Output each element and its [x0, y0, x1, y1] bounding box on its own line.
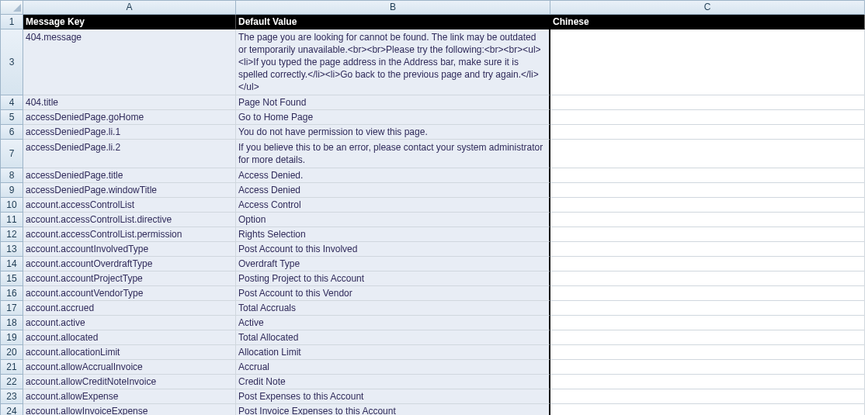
select-all-corner[interactable] — [0, 0, 23, 15]
row-head-12[interactable]: 12 — [0, 227, 23, 242]
row-head-5[interactable]: 5 — [0, 110, 23, 125]
cell-A1[interactable]: Message Key — [23, 15, 236, 29]
cell-A18[interactable]: account.active — [23, 316, 236, 330]
cell-A20[interactable]: account.allocationLimit — [23, 345, 236, 360]
cell-A10[interactable]: account.accessControlList — [23, 198, 236, 213]
cell-B10[interactable]: Access Control — [236, 198, 550, 213]
cell-B15[interactable]: Posting Project to this Account — [236, 271, 550, 286]
cell-C23[interactable] — [550, 389, 865, 404]
cell-A15[interactable]: account.accountProjectType — [23, 271, 236, 286]
cell-A24[interactable]: account.allowInvoiceExpense — [23, 404, 236, 415]
cell-C5[interactable] — [550, 110, 865, 125]
cell-B5[interactable]: Go to Home Page — [236, 110, 550, 125]
cell-C18[interactable] — [550, 316, 865, 330]
cell-C22[interactable] — [550, 375, 865, 389]
cell-A3[interactable]: 404.message — [23, 29, 236, 95]
col-head-C[interactable]: C — [550, 0, 865, 15]
cell-C14[interactable] — [550, 257, 865, 271]
cell-B9[interactable]: Access Denied — [236, 183, 550, 198]
cell-A4[interactable]: 404.title — [23, 95, 236, 110]
cell-B24[interactable]: Post Invoice Expenses to this Account — [236, 404, 550, 415]
row-head-22[interactable]: 22 — [0, 375, 23, 389]
cell-C9[interactable] — [550, 183, 865, 198]
cell-A22[interactable]: account.allowCreditNoteInvoice — [23, 375, 236, 389]
cell-A19[interactable]: account.allocated — [23, 330, 236, 345]
cell-C24[interactable] — [550, 404, 865, 415]
cell-C20[interactable] — [550, 345, 865, 360]
row-head-9[interactable]: 9 — [0, 183, 23, 198]
row-head-10[interactable]: 10 — [0, 198, 23, 213]
row-head-7[interactable]: 7 — [0, 140, 23, 168]
row-head-15[interactable]: 15 — [0, 271, 23, 286]
cell-B20[interactable]: Allocation Limit — [236, 345, 550, 360]
cell-C1[interactable]: Chinese — [550, 15, 865, 29]
row-head-14[interactable]: 14 — [0, 257, 23, 271]
svg-marker-0 — [13, 4, 21, 12]
cell-B1[interactable]: Default Value — [236, 15, 550, 29]
cell-A16[interactable]: account.accountVendorType — [23, 286, 236, 301]
cell-B17[interactable]: Total Accruals — [236, 301, 550, 316]
spreadsheet-grid[interactable]: ABC1Message KeyDefault ValueChinese3404.… — [0, 0, 868, 415]
cell-C4[interactable] — [550, 95, 865, 110]
cell-A7[interactable]: accessDeniedPage.li.2 — [23, 140, 236, 168]
cell-B8[interactable]: Access Denied. — [236, 168, 550, 183]
cell-B4[interactable]: Page Not Found — [236, 95, 550, 110]
col-head-A[interactable]: A — [23, 0, 236, 15]
row-head-16[interactable]: 16 — [0, 286, 23, 301]
row-head-17[interactable]: 17 — [0, 301, 23, 316]
cell-C12[interactable] — [550, 227, 865, 242]
row-head-21[interactable]: 21 — [0, 360, 23, 375]
cell-C7[interactable] — [550, 140, 865, 168]
cell-C19[interactable] — [550, 330, 865, 345]
row-head-4[interactable]: 4 — [0, 95, 23, 110]
cell-B11[interactable]: Option — [236, 213, 550, 227]
row-head-18[interactable]: 18 — [0, 316, 23, 330]
cell-A14[interactable]: account.accountOverdraftType — [23, 257, 236, 271]
cell-B23[interactable]: Post Expenses to this Account — [236, 389, 550, 404]
cell-A6[interactable]: accessDeniedPage.li.1 — [23, 125, 236, 140]
row-head-23[interactable]: 23 — [0, 389, 23, 404]
cell-A9[interactable]: accessDeniedPage.windowTitle — [23, 183, 236, 198]
cell-B18[interactable]: Active — [236, 316, 550, 330]
cell-B16[interactable]: Post Account to this Vendor — [236, 286, 550, 301]
cell-C21[interactable] — [550, 360, 865, 375]
cell-C11[interactable] — [550, 213, 865, 227]
cell-B12[interactable]: Rights Selection — [236, 227, 550, 242]
cell-A13[interactable]: account.accountInvolvedType — [23, 242, 236, 257]
row-head-19[interactable]: 19 — [0, 330, 23, 345]
cell-B21[interactable]: Accrual — [236, 360, 550, 375]
cell-B19[interactable]: Total Allocated — [236, 330, 550, 345]
cell-C6[interactable] — [550, 125, 865, 140]
cell-A8[interactable]: accessDeniedPage.title — [23, 168, 236, 183]
cell-A17[interactable]: account.accrued — [23, 301, 236, 316]
cell-B7[interactable]: If you believe this to be an error, plea… — [236, 140, 550, 168]
cell-B13[interactable]: Post Account to this Involved — [236, 242, 550, 257]
cell-A23[interactable]: account.allowExpense — [23, 389, 236, 404]
cell-B14[interactable]: Overdraft Type — [236, 257, 550, 271]
row-head-20[interactable]: 20 — [0, 345, 23, 360]
cell-B6[interactable]: You do not have permission to view this … — [236, 125, 550, 140]
row-head-6[interactable]: 6 — [0, 125, 23, 140]
cell-A12[interactable]: account.accessControlList.permission — [23, 227, 236, 242]
row-head-1[interactable]: 1 — [0, 15, 23, 29]
cell-B22[interactable]: Credit Note — [236, 375, 550, 389]
cell-A21[interactable]: account.allowAccrualInvoice — [23, 360, 236, 375]
cell-A5[interactable]: accessDeniedPage.goHome — [23, 110, 236, 125]
cell-C10[interactable] — [550, 198, 865, 213]
row-head-11[interactable]: 11 — [0, 213, 23, 227]
cell-A11[interactable]: account.accessControlList.directive — [23, 213, 236, 227]
cell-C8[interactable] — [550, 168, 865, 183]
cell-C16[interactable] — [550, 286, 865, 301]
cell-B3[interactable]: The page you are looking for cannot be f… — [236, 29, 550, 95]
row-head-13[interactable]: 13 — [0, 242, 23, 257]
cell-C15[interactable] — [550, 271, 865, 286]
row-head-24[interactable]: 24 — [0, 404, 23, 415]
cell-C3[interactable] — [550, 29, 865, 95]
cell-C13[interactable] — [550, 242, 865, 257]
col-head-B[interactable]: B — [236, 0, 550, 15]
row-head-8[interactable]: 8 — [0, 168, 23, 183]
cell-C17[interactable] — [550, 301, 865, 316]
row-head-3[interactable]: 3 — [0, 29, 23, 95]
